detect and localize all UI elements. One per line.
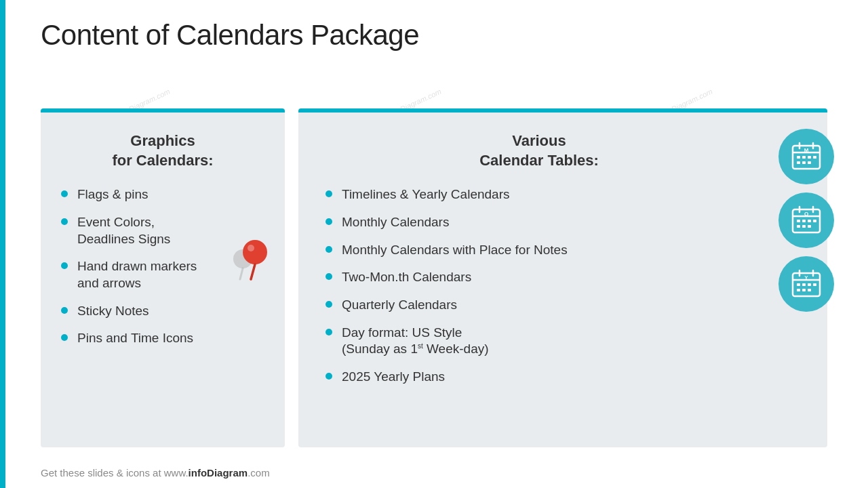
svg-rect-11 [808,156,811,159]
list-item: Monthly Calendars [326,214,753,231]
svg-line-4 [251,264,255,279]
svg-rect-15 [808,161,811,164]
svg-rect-34 [802,283,806,286]
svg-rect-14 [802,161,806,164]
svg-point-2 [243,240,267,264]
svg-rect-26 [802,225,806,228]
list-item: Pins and Time Icons [61,330,264,347]
svg-rect-24 [813,220,816,222]
bullet-dot [326,373,332,380]
monthly-calendar-icon: M [778,129,834,184]
bullet-dot [326,301,332,308]
bullet-dot [326,329,332,336]
svg-rect-12 [813,156,816,159]
bullet-dot [61,307,68,314]
svg-rect-38 [802,289,806,291]
bullet-dot [61,218,68,225]
main-content: Graphics for Calendars: Flags & pins [41,108,827,447]
bullet-dot [326,190,332,197]
left-panel-title: Graphics for Calendars: [61,131,264,170]
svg-rect-35 [808,283,811,286]
svg-rect-39 [808,289,811,291]
right-bullet-list: Timelines & Yearly Calendars Monthly Cal… [326,186,753,386]
page-title: Content of Calendars Package [41,19,827,52]
svg-rect-9 [797,156,800,159]
footer-text: Get these slides & icons at www.infoDiag… [41,467,270,479]
svg-rect-37 [797,289,800,291]
svg-rect-27 [808,225,811,228]
quarterly-calendar-icon: Q [778,192,834,248]
svg-text:Q: Q [804,211,808,217]
left-panel: Graphics for Calendars: Flags & pins [41,108,285,447]
footer: Get these slides & icons at www.infoDiag… [41,467,827,479]
svg-rect-25 [797,225,800,228]
svg-rect-13 [797,161,800,164]
svg-line-1 [240,268,243,279]
bullet-dot [326,273,332,280]
left-accent-bar [0,0,5,488]
svg-rect-10 [802,156,806,159]
right-panel: Various Calendar Tables: Timelines & Yea… [298,108,827,447]
footer-brand: infoDiagram [189,467,248,479]
yearly-calendar-icon: Y [778,256,834,312]
list-item: Flags & pins [61,186,264,203]
bullet-dot [326,246,332,253]
list-item: Quarterly Calendars [326,297,753,314]
page-title-area: Content of Calendars Package [41,19,827,52]
bullet-dot [61,334,68,341]
bullet-dot [326,218,332,225]
svg-rect-36 [813,283,816,286]
calendar-icons: M Q [778,129,834,312]
list-item: Sticky Notes [61,303,264,320]
svg-rect-33 [797,283,800,286]
svg-rect-21 [797,220,800,222]
list-item: Day format: US Style(Sunday as 1st Week-… [326,325,753,358]
pin-illustration [224,230,278,285]
list-item: 2025 Yearly Plans [326,369,753,386]
list-item: Timelines & Yearly Calendars [326,186,753,203]
svg-point-3 [248,245,254,251]
bullet-dot [61,190,68,197]
svg-rect-22 [802,220,806,222]
svg-text:M: M [804,147,809,153]
bullet-dot [61,262,68,269]
list-item: Two-Mon.th Calendars [326,269,753,286]
list-item: Monthly Calendars with Place for Notes [326,242,753,259]
svg-text:Y: Y [804,274,808,281]
left-panel-top-bar [41,108,285,113]
svg-rect-23 [808,220,811,222]
right-panel-top-bar [298,108,827,113]
right-panel-title: Various Calendar Tables: [326,131,753,170]
